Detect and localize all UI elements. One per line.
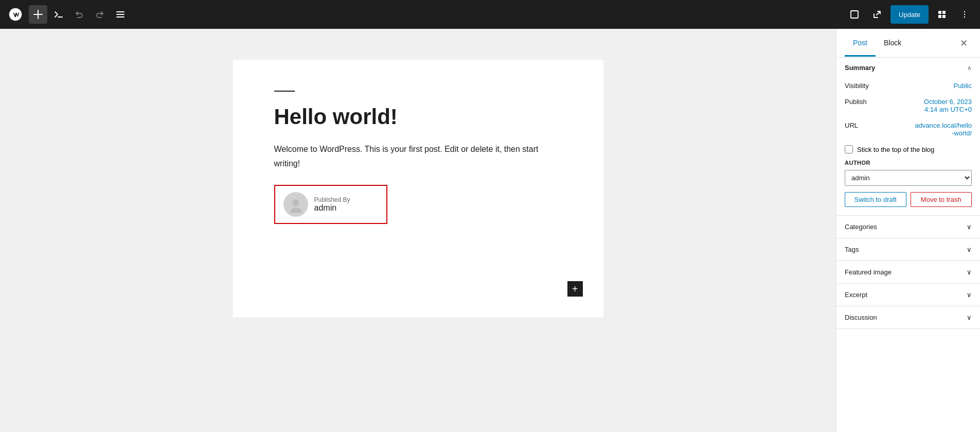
svg-point-7 bbox=[964, 16, 965, 18]
author-block[interactable]: Published By admin bbox=[274, 185, 387, 224]
author-info: Published By admin bbox=[314, 196, 350, 213]
svg-point-8 bbox=[292, 199, 299, 206]
switch-to-draft-button[interactable]: Switch to draft bbox=[845, 192, 906, 207]
categories-header[interactable]: Categories ∨ bbox=[836, 216, 980, 238]
tags-header[interactable]: Tags ∨ bbox=[836, 238, 980, 261]
settings-button[interactable] bbox=[933, 5, 951, 24]
toolbar-left bbox=[6, 5, 843, 24]
svg-rect-2 bbox=[942, 11, 946, 14]
summary-chevron-icon: ∧ bbox=[967, 64, 972, 72]
author-published-by-label: Published By bbox=[314, 196, 350, 203]
url-value[interactable]: advance.local/hello -world/ bbox=[915, 122, 972, 137]
wordpress-logo bbox=[6, 5, 25, 24]
stick-to-top-label[interactable]: Stick to the top of the blog bbox=[857, 146, 934, 153]
view-button[interactable] bbox=[845, 5, 864, 24]
excerpt-header[interactable]: Excerpt ∨ bbox=[836, 284, 980, 306]
visibility-row: Visibility Public bbox=[845, 78, 972, 94]
visibility-value[interactable]: Public bbox=[954, 82, 972, 90]
url-label: URL bbox=[845, 122, 858, 129]
more-options-button[interactable] bbox=[955, 5, 974, 24]
move-to-trash-button[interactable]: Move to trash bbox=[911, 192, 972, 207]
publish-row: Publish October 6, 2023 4:14 am UTC+0 bbox=[845, 94, 972, 117]
sidebar-header: Post Block ✕ bbox=[836, 29, 980, 58]
stick-to-top-row: Stick to the top of the blog bbox=[845, 141, 972, 158]
tab-post[interactable]: Post bbox=[845, 30, 876, 57]
featured-image-header[interactable]: Featured image ∨ bbox=[836, 261, 980, 283]
featured-image-label: Featured image bbox=[845, 268, 892, 276]
tools-button[interactable] bbox=[49, 5, 68, 24]
categories-label: Categories bbox=[845, 223, 877, 231]
author-section-label: AUTHOR bbox=[845, 160, 972, 166]
toolbar: Update bbox=[0, 0, 980, 29]
author-section: AUTHOR admin bbox=[845, 160, 972, 186]
svg-point-5 bbox=[964, 11, 965, 12]
svg-point-6 bbox=[964, 14, 965, 15]
post-title[interactable]: Hello world! bbox=[274, 104, 562, 130]
sidebar: Post Block ✕ Summary ∧ Visibility Public bbox=[836, 29, 980, 432]
categories-section: Categories ∨ bbox=[836, 216, 980, 238]
main-layout: Hello world! Welcome to WordPress. This … bbox=[0, 29, 980, 432]
post-body[interactable]: Welcome to WordPress. This is your first… bbox=[274, 142, 562, 170]
summary-section-header[interactable]: Summary ∧ bbox=[836, 58, 980, 78]
visibility-label: Visibility bbox=[845, 82, 869, 90]
tags-section: Tags ∨ bbox=[836, 238, 980, 261]
undo-button[interactable] bbox=[70, 5, 88, 24]
preview-button[interactable] bbox=[868, 5, 886, 24]
list-view-button[interactable] bbox=[111, 5, 130, 24]
sidebar-tabs: Post Block bbox=[845, 30, 955, 56]
redo-button[interactable] bbox=[91, 5, 109, 24]
publish-label: Publish bbox=[845, 98, 867, 106]
summary-section: Summary ∧ Visibility Public Publish Octo… bbox=[836, 58, 980, 216]
categories-chevron-icon: ∨ bbox=[967, 223, 972, 231]
svg-rect-0 bbox=[851, 11, 858, 18]
tags-chevron-icon: ∨ bbox=[967, 246, 972, 253]
excerpt-label: Excerpt bbox=[845, 291, 867, 299]
author-avatar bbox=[283, 192, 308, 217]
summary-title: Summary bbox=[845, 64, 875, 72]
svg-rect-1 bbox=[938, 11, 941, 14]
action-buttons: Switch to draft Move to trash bbox=[845, 192, 972, 207]
featured-image-section: Featured image ∨ bbox=[836, 261, 980, 284]
close-icon: ✕ bbox=[960, 38, 968, 49]
update-button[interactable]: Update bbox=[890, 5, 929, 24]
discussion-section: Discussion ∨ bbox=[836, 306, 980, 329]
svg-point-9 bbox=[290, 208, 301, 213]
svg-rect-4 bbox=[942, 15, 946, 18]
add-block-floating-button[interactable]: + bbox=[567, 281, 583, 297]
discussion-header[interactable]: Discussion ∨ bbox=[836, 306, 980, 329]
sidebar-close-button[interactable]: ✕ bbox=[955, 35, 972, 51]
discussion-label: Discussion bbox=[845, 314, 877, 321]
toolbar-right: Update bbox=[845, 5, 974, 24]
editor-area: Hello world! Welcome to WordPress. This … bbox=[0, 29, 836, 432]
excerpt-section: Excerpt ∨ bbox=[836, 284, 980, 306]
stick-to-top-checkbox[interactable] bbox=[845, 145, 853, 153]
author-name: admin bbox=[314, 203, 350, 213]
author-select[interactable]: admin bbox=[845, 170, 972, 186]
featured-image-chevron-icon: ∨ bbox=[967, 268, 972, 276]
post-divider bbox=[274, 91, 295, 92]
add-block-toolbar-button[interactable] bbox=[29, 5, 47, 24]
svg-rect-3 bbox=[938, 15, 941, 18]
editor-content: Hello world! Welcome to WordPress. This … bbox=[233, 60, 603, 317]
summary-section-body: Visibility Public Publish October 6, 202… bbox=[836, 78, 980, 215]
url-row: URL advance.local/hello -world/ bbox=[845, 117, 972, 141]
tab-block[interactable]: Block bbox=[876, 30, 910, 57]
discussion-chevron-icon: ∨ bbox=[967, 314, 972, 321]
publish-value[interactable]: October 6, 2023 4:14 am UTC+0 bbox=[924, 98, 972, 113]
tags-label: Tags bbox=[845, 246, 859, 253]
excerpt-chevron-icon: ∨ bbox=[967, 291, 972, 299]
